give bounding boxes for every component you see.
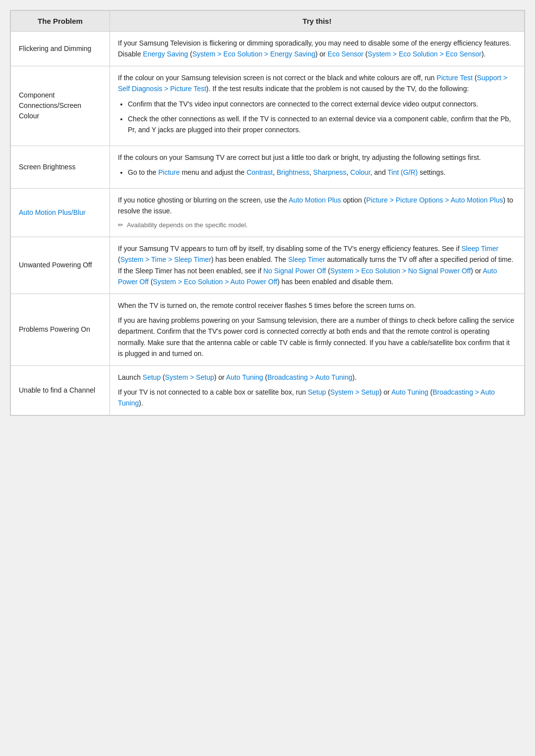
problem-no-channel: Unable to find a Channel <box>11 365 110 415</box>
troubleshooting-table: The Problem Try this! Flickering and Dim… <box>10 10 525 415</box>
solution-component: If the colour on your Samsung television… <box>110 66 525 146</box>
table-row: Problems Powering On When the TV is turn… <box>11 294 525 365</box>
solution-auto-motion: If you notice ghosting or blurring on th… <box>110 188 525 237</box>
problem-powering-on: Problems Powering On <box>11 294 110 365</box>
problem-auto-motion: Auto Motion Plus/Blur <box>11 188 110 237</box>
table-row: Unable to find a Channel Launch Setup (S… <box>11 365 525 415</box>
table-row: Screen Brightness If the colours on your… <box>11 146 525 188</box>
col-header-solution: Try this! <box>110 11 525 32</box>
solution-brightness: If the colours on your Samsung TV are co… <box>110 146 525 188</box>
table-row: Unwanted Powering Off If your Samsung TV… <box>11 237 525 294</box>
table-row: Flickering and Dimming If your Samsung T… <box>11 32 525 66</box>
problem-powering-off: Unwanted Powering Off <box>11 237 110 294</box>
solution-powering-off: If your Samsung TV appears to turn off b… <box>110 237 525 294</box>
solution-powering-on: When the TV is turned on, the remote con… <box>110 294 525 365</box>
table-row: ComponentConnections/ScreenColour If the… <box>11 66 525 146</box>
problem-brightness: Screen Brightness <box>11 146 110 188</box>
solution-flickering: If your Samsung Television is flickering… <box>110 32 525 66</box>
problem-component: ComponentConnections/ScreenColour <box>11 66 110 146</box>
page-wrapper: The Problem Try this! Flickering and Dim… <box>10 10 525 416</box>
problem-flickering: Flickering and Dimming <box>11 32 110 66</box>
table-row: Auto Motion Plus/Blur If you notice ghos… <box>11 188 525 237</box>
solution-no-channel: Launch Setup (System > Setup) or Auto Tu… <box>110 365 525 415</box>
col-header-problem: The Problem <box>11 11 110 32</box>
